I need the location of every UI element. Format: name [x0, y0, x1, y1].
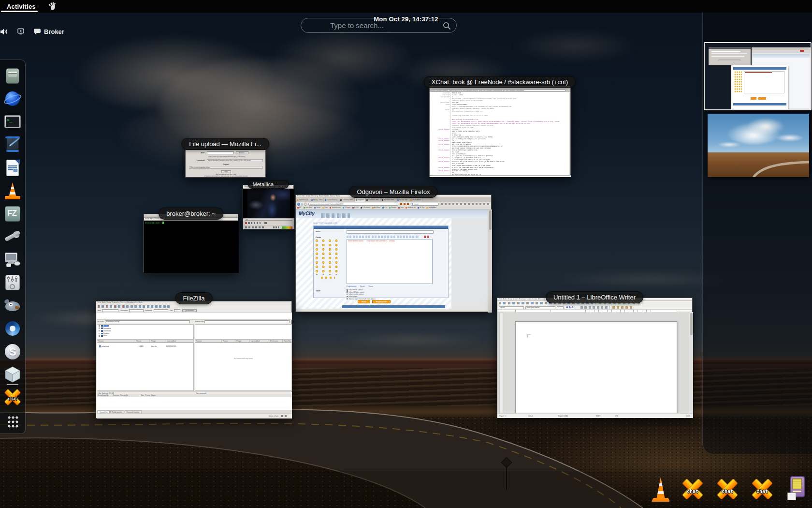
- window-writer[interactable]: File Edit View Insert Format Table Tools…: [497, 298, 693, 418]
- filezilla-tree[interactable]: +Desktop+Documents+Downloads+Dropbox+Mus…: [97, 324, 194, 340]
- firefox-back-button[interactable]: [297, 203, 300, 206]
- firefox-bookmark[interactable]: MC.Kup: [418, 207, 424, 209]
- firefox-bookmarks-bar[interactable]: MCLinux New..TorrentLinuxSportske ceneRT…: [296, 206, 491, 209]
- metallica-controls-2[interactable]: [243, 225, 294, 229]
- firefox-tab[interactable]: Slackware SRB..: [381, 198, 396, 202]
- dash-libreoffice-writer-icon[interactable]: [3, 159, 22, 177]
- firefox-url-bar[interactable]: www.mycity.rs/forum/posting.php?mode=rep…: [308, 203, 398, 206]
- form-link[interactable]: Recnik: [360, 285, 364, 288]
- firefox-tab[interactable]: OpenVoice [S..: [296, 198, 310, 202]
- firefox-bookmark[interactable]: Torrent: [314, 207, 320, 209]
- dash-audio-mixer-icon[interactable]: [3, 273, 22, 292]
- xchat-input[interactable]: [430, 175, 571, 177]
- form-editor-toolbar[interactable]: [347, 236, 419, 238]
- firefox-bookmark[interactable]: Sportske cene: [330, 207, 340, 209]
- filezilla-remote-path[interactable]: [204, 320, 290, 323]
- firefox-bookmark[interactable]: Linux: [398, 207, 404, 209]
- writer-bold-italic-icons[interactable]: A A A: [566, 306, 573, 309]
- filezilla-quickconnect-button[interactable]: Quickconnect: [182, 309, 197, 312]
- window-filezilla[interactable]: File Edit View Transfer Server Bookmarks…: [96, 301, 292, 418]
- filezilla-password-input[interactable]: [154, 309, 168, 312]
- form-submit-button[interactable]: Posalji: [358, 300, 370, 303]
- firefox-tab[interactable]: Odgovori: [355, 198, 365, 202]
- dash-filezilla-icon[interactable]: FZ: [3, 205, 22, 223]
- gnome-logo-icon[interactable]: [47, 1, 57, 11]
- firefox-bookmark[interactable]: S.Slackware: [361, 207, 370, 209]
- form-textarea[interactable]: Kliknite obelezite (Naslov) ** ** Decije…: [347, 239, 433, 284]
- window-xchat[interactable]: XChat View Server Settings Window Help n…: [429, 86, 571, 177]
- firefox-tab[interactable]: phpMyAdmin: [409, 198, 422, 202]
- filezilla-queue-tabs[interactable]: Queued filesFailed transfersSuccessful t…: [97, 410, 292, 413]
- firefox-scrollbar[interactable]: [488, 209, 492, 313]
- firefox-bookmark[interactable]: Gradinet: [389, 207, 396, 209]
- writer-font-select[interactable]: Times New Roman: [525, 306, 555, 309]
- show-applications-button[interactable]: [8, 416, 18, 428]
- tray-xchat-icon-1[interactable]: chat: [681, 478, 704, 500]
- firefox-bookmark[interactable]: Alo.Bozic.Hu: [406, 207, 416, 209]
- firefox-bookmark[interactable]: Linux New..: [304, 207, 313, 209]
- writer-toolbar-format[interactable]: Default Times New Roman 12 A A A: [497, 305, 692, 310]
- filezilla-toolbar[interactable]: [96, 304, 291, 308]
- xchat-scrollbar[interactable]: [569, 92, 570, 175]
- firefox-toolbar-icons[interactable]: [441, 203, 489, 205]
- mycity-breadcrumb[interactable]: MyCity » Forum » Odgovaranje na temu: [313, 223, 337, 224]
- firefox-bookmark[interactable]: RTSignal: [343, 207, 350, 209]
- dash-virtualbox-icon[interactable]: [3, 365, 22, 384]
- fileupload-send-button[interactable]: Salji!: [221, 170, 231, 173]
- dash-shotwell-icon[interactable]: [3, 319, 22, 338]
- tray-vlc-icon[interactable]: [651, 476, 671, 502]
- firefox-bookmark[interactable]: Linux: [322, 207, 328, 209]
- dash-text-editor-icon[interactable]: [3, 135, 22, 154]
- dash-skype-icon[interactable]: S: [3, 343, 22, 361]
- form-links[interactable]: Pregled porukeRecnikPomoc: [347, 285, 433, 288]
- dash-terminal-icon[interactable]: >_: [3, 113, 22, 131]
- tray-pda-icon[interactable]: [786, 476, 806, 500]
- filezilla-local-path[interactable]: /home/broker/Desktop/: [105, 320, 190, 323]
- firefox-reload-button[interactable]: [304, 203, 306, 206]
- writer-page[interactable]: [515, 321, 677, 413]
- firefox-tab[interactable]: Slackware SRB..: [339, 198, 355, 202]
- dash-file-manager-icon[interactable]: [3, 67, 22, 85]
- window-fileupload[interactable]: MyCity - Slanje fajla Slika: Browse... D…: [185, 147, 266, 178]
- window-metallica[interactable]: Media Playback Audio Video Tools View He…: [243, 185, 294, 229]
- firefox-tab[interactable]: MyCity - Ind..: [396, 198, 409, 202]
- filezilla-port-input[interactable]: [174, 309, 180, 312]
- form-naslov-input[interactable]: [347, 230, 434, 234]
- filezilla-file-list[interactable]: ... prikaz.bmp5.3 MBbmp-file10/29/2012 0…: [97, 343, 194, 391]
- window-terminal[interactable]: broker@broker: ~ File Edit View Search T…: [144, 214, 238, 272]
- firefox-forward-button[interactable]: [301, 203, 303, 206]
- dash-web-browser-icon[interactable]: [3, 90, 22, 108]
- form-link[interactable]: Pregled poruke: [347, 285, 356, 288]
- metallica-controls-1[interactable]: [243, 221, 294, 225]
- form-link[interactable]: Pomoc: [369, 285, 373, 288]
- volume-icon[interactable]: [0, 28, 8, 35]
- firefox-nav-icons[interactable]: [400, 203, 409, 205]
- workspace-thumbnail-1[interactable]: [704, 42, 812, 110]
- clock[interactable]: Mon Oct 29, 14:37:12: [0, 13, 812, 25]
- firefox-bookmark[interactable]: MC: [297, 207, 302, 209]
- tray-xchat-icon-3[interactable]: chat: [751, 478, 774, 500]
- writer-size-select[interactable]: 12: [557, 306, 564, 309]
- firefox-bookmark[interactable]: phpMyAdmin: [426, 207, 436, 209]
- firefox-tab[interactable]: MyCity - Index: [310, 198, 324, 202]
- writer-style-select[interactable]: Default: [499, 306, 524, 309]
- filezilla-username-input[interactable]: [129, 309, 144, 312]
- firefox-search-box[interactable]: Google: [411, 203, 439, 206]
- activities-button[interactable]: Activities: [0, 0, 812, 13]
- dash-system-settings-icon[interactable]: [3, 251, 22, 269]
- form-options[interactable]: Iskljuci HTML u poruciIskljuci BBCode u …: [347, 289, 443, 300]
- display-icon[interactable]: [17, 28, 25, 35]
- form-smilies[interactable]: [316, 239, 342, 275]
- form-smilies-extra[interactable]: [320, 276, 335, 279]
- firefox-bookmark[interactable]: RTnf: [382, 207, 387, 209]
- firefox-bookmark[interactable]: M.CSS: [352, 207, 359, 209]
- filezilla-tree-item[interactable]: +Music: [97, 335, 193, 337]
- user-menu[interactable]: Broker: [33, 28, 64, 35]
- firefox-tab[interactable]: Slackware SRB..: [365, 198, 381, 202]
- window-firefox[interactable]: File Edit View History Bookmarks Tools H…: [295, 194, 492, 312]
- fileupload-original-select[interactable]: Slika ce ostati originalne velicine: [189, 166, 262, 169]
- filezilla-host-input[interactable]: [102, 309, 118, 312]
- dash-xchat-icon[interactable]: chat: [3, 388, 22, 406]
- dash-archive-tool-icon[interactable]: [3, 227, 22, 246]
- fileupload-file-input[interactable]: [207, 151, 234, 154]
